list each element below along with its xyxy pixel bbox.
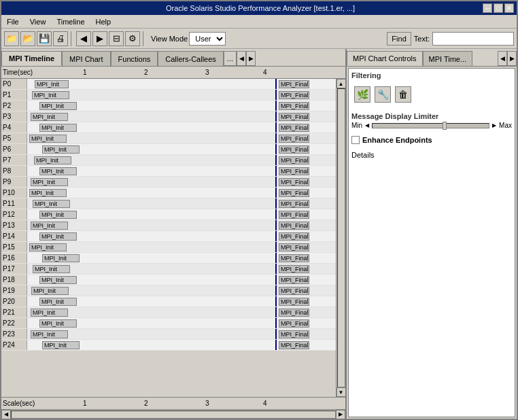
tab-mpi-chart[interactable]: MPI Chart — [62, 51, 111, 66]
tab-more[interactable]: ... — [224, 51, 237, 66]
find-button[interactable]: Find — [387, 32, 411, 46]
mpi-final-bar[interactable]: MPI_Final — [279, 265, 309, 273]
save-button[interactable]: 💾 — [37, 31, 52, 46]
mpi-final-bar[interactable]: MPI_Final — [279, 124, 309, 132]
enhance-endpoints-checkbox[interactable] — [351, 136, 360, 144]
mpi-init-bar[interactable]: MPI_Init — [31, 113, 68, 121]
vertical-marker — [275, 144, 277, 154]
mpi-init-bar[interactable]: MPI_Init — [31, 222, 68, 230]
view-mode-select[interactable]: User — [189, 32, 226, 46]
mpi-init-bar[interactable]: MPI_Init — [39, 167, 77, 175]
mpi-final-bar[interactable]: MPI_Final — [279, 222, 309, 230]
filter-edit-button[interactable]: 🔧 — [375, 86, 391, 103]
menu-view[interactable]: View — [27, 17, 49, 27]
mpi-init-bar[interactable]: MPI_Init — [33, 200, 70, 208]
tab-nav-right[interactable]: ▶ — [246, 51, 256, 66]
mpi-final-bar[interactable]: MPI_Final — [279, 200, 309, 208]
vscroll-track[interactable] — [337, 88, 345, 387]
mpi-init-bar[interactable]: MPI_Init — [39, 102, 77, 110]
filter-delete-button[interactable]: 🗑 — [395, 86, 411, 103]
mpi-init-bar[interactable]: MPI_Init — [29, 135, 67, 143]
mpi-init-bar[interactable]: MPI_Init — [31, 309, 68, 317]
settings-button[interactable]: ⚙ — [125, 31, 140, 46]
mpi-final-bar[interactable]: MPI_Final — [279, 145, 309, 154]
filter-button[interactable]: ⊟ — [109, 31, 124, 46]
tab-functions[interactable]: Functions — [111, 51, 158, 66]
mpi-init-bar[interactable]: MPI_Init — [31, 178, 68, 186]
mpi-final-bar[interactable]: MPI_Final — [279, 102, 309, 110]
mpi-init-bar[interactable]: MPI_Init — [39, 276, 77, 284]
scale-bar: Scale(sec) 1 2 3 4 — [1, 397, 345, 409]
mpi-init-bar[interactable]: MPI_Init — [31, 330, 68, 338]
vertical-marker — [275, 264, 277, 274]
mpi-init-bar[interactable]: MPI_Init — [33, 265, 70, 273]
right-tab-nav-right[interactable]: ▶ — [507, 51, 517, 66]
tab-nav-left[interactable]: ◀ — [237, 51, 246, 66]
mpi-final-bar[interactable]: MPI_Final — [279, 232, 309, 241]
slider-thumb[interactable] — [443, 122, 447, 130]
mpi-final-bar[interactable]: MPI_Final — [279, 298, 309, 306]
mpi-init-bar[interactable]: MPI_Init — [29, 189, 67, 197]
mpi-final-bar[interactable]: MPI_Final — [279, 243, 309, 251]
slider-left-arrow[interactable]: ◀ — [365, 122, 369, 128]
mpi-final-bar[interactable]: MPI_Final — [279, 341, 309, 349]
maximize-button[interactable]: □ — [494, 3, 503, 13]
vscroll-down[interactable]: ▼ — [336, 387, 346, 397]
forward-button[interactable]: ▶ — [92, 31, 107, 46]
menu-help[interactable]: Help — [93, 17, 114, 27]
mpi-final-bar[interactable]: MPI_Final — [279, 167, 309, 175]
mpi-init-bar[interactable]: MPI_Init — [35, 80, 69, 88]
mpi-final-bar[interactable]: MPI_Final — [279, 287, 309, 295]
minimize-button[interactable]: ─ — [483, 3, 492, 13]
mpi-final-bar[interactable]: MPI_Final — [279, 91, 309, 99]
close-button[interactable]: ✕ — [504, 3, 514, 13]
mpi-init-bar[interactable]: MPI_Init — [29, 243, 67, 251]
mpi-final-bar[interactable]: MPI_Final — [279, 211, 309, 219]
mpi-init-bar[interactable]: MPI_Init — [42, 254, 80, 262]
menu-timeline[interactable]: Timeline — [54, 17, 87, 27]
hscroll-right[interactable]: ▶ — [336, 410, 345, 419]
tab-mpi-chart-controls[interactable]: MPI Chart Controls — [347, 51, 423, 66]
hscroll-track[interactable] — [11, 410, 336, 419]
mpi-final-bar[interactable]: MPI_Final — [279, 135, 309, 143]
mpi-final-bar[interactable]: MPI_Final — [279, 330, 309, 338]
mpi-final-bar[interactable]: MPI_Final — [279, 319, 309, 328]
mpi-final-bar[interactable]: MPI_Final — [279, 178, 309, 186]
mpi-final-bar[interactable]: MPI_Final — [279, 80, 309, 88]
mpi-final-bar[interactable]: MPI_Final — [279, 276, 309, 284]
back-button[interactable]: ◀ — [76, 31, 91, 46]
filter-add-button[interactable]: 🌿 — [354, 86, 370, 103]
mpi-final-bar[interactable]: MPI_Final — [279, 309, 309, 317]
mpi-init-bar[interactable]: MPI_Init — [39, 319, 77, 328]
tab-callers-callees[interactable]: Callers-Callees — [158, 51, 224, 66]
menu-file[interactable]: File — [4, 17, 22, 27]
mpi-final-bar[interactable]: MPI_Final — [279, 113, 309, 121]
mpi-init-bar[interactable]: MPI_Init — [34, 156, 71, 164]
new-button[interactable]: 📁 — [4, 31, 19, 46]
timeline-rows-container[interactable]: P0MPI_InitMPI_FinalP1MPI_InitMPI_FinalP2… — [1, 79, 336, 397]
right-tab-nav-left[interactable]: ◀ — [498, 51, 507, 66]
mpi-init-bar[interactable]: MPI_Init — [39, 124, 77, 132]
open-button[interactable]: 📂 — [20, 31, 35, 46]
vertical-scrollbar[interactable]: ▲ ▼ — [336, 79, 345, 397]
print-button[interactable]: 🖨 — [53, 31, 68, 46]
mpi-init-bar[interactable]: MPI_Init — [31, 287, 69, 295]
mpi-init-bar[interactable]: MPI_Init — [42, 145, 80, 154]
mpi-init-bar[interactable]: MPI_Init — [32, 91, 69, 99]
mpi-init-bar[interactable]: MPI_Init — [42, 341, 80, 349]
tab-mpi-time[interactable]: MPI Time... — [423, 51, 473, 66]
horizontal-scrollbar[interactable]: ◀ ▶ — [1, 409, 345, 419]
mpi-final-bar[interactable]: MPI_Final — [279, 156, 309, 164]
mpi-final-bar[interactable]: MPI_Final — [279, 189, 309, 197]
slider-track[interactable] — [372, 123, 489, 128]
find-input[interactable] — [432, 32, 514, 46]
mpi-final-bar[interactable]: MPI_Final — [279, 254, 309, 262]
mpi-init-bar[interactable]: MPI_Init — [39, 211, 77, 219]
tab-mpi-timeline[interactable]: MPI Timeline — [1, 51, 62, 66]
row-content: MPI_InitMPI_Final — [27, 329, 336, 339]
mpi-init-bar[interactable]: MPI_Init — [39, 232, 77, 241]
vscroll-up[interactable]: ▲ — [336, 79, 346, 88]
mpi-init-bar[interactable]: MPI_Init — [39, 298, 77, 306]
slider-right-arrow[interactable]: ▶ — [492, 122, 496, 128]
hscroll-left[interactable]: ◀ — [1, 410, 11, 419]
